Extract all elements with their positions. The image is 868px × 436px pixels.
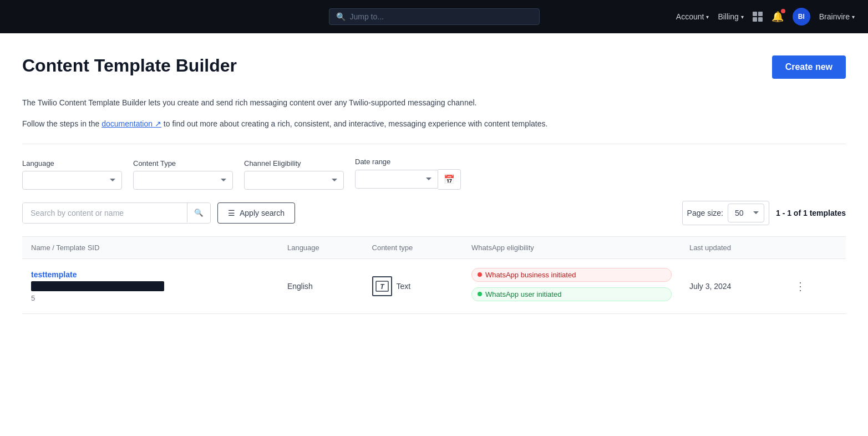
language-select[interactable] [22, 171, 122, 190]
global-search-input[interactable] [350, 12, 532, 21]
apply-search-button[interactable]: ☰ Apply search [217, 202, 295, 224]
divider [22, 144, 846, 144]
page-header: Content Template Builder Create new [22, 55, 846, 79]
col-whatsapp-eligibility: WhatsApp eligibility [463, 236, 681, 258]
table-header: Name / Template SID Language Content typ… [22, 236, 846, 258]
last-updated-value: July 3, 2024 [689, 282, 732, 291]
search-row: 🔍 ☰ Apply search Page size: 50 25 100 1 … [22, 201, 846, 225]
date-range-wrapper: 📅 [355, 169, 461, 190]
whatsapp-eligibility-cell: WhatsApp business initiated WhatsApp use… [463, 258, 681, 313]
svg-text:T: T [380, 283, 385, 291]
account-label: Account [676, 12, 704, 21]
filters-row: Language Content Type Channel Eligibilit… [22, 158, 846, 190]
main-content: Content Template Builder Create new The … [0, 33, 868, 436]
calendar-button[interactable]: 📅 [438, 169, 461, 190]
nav-center: 🔍 [294, 8, 575, 25]
channel-eligibility-select[interactable] [244, 171, 344, 190]
description-2-after: to find out more about creating a rich, … [161, 119, 548, 128]
page-title: Content Template Builder [22, 55, 237, 76]
language-value: English [287, 282, 313, 291]
account-menu[interactable]: Account ▾ [676, 12, 709, 21]
name-sid-cell: testtemplate 5 [22, 258, 278, 313]
search-left: 🔍 ☰ Apply search [22, 202, 295, 224]
col-language: Language [278, 236, 363, 258]
billing-label: Billing [718, 12, 738, 21]
calendar-icon: 📅 [444, 174, 455, 185]
language-cell: English [278, 258, 363, 313]
content-type-wrapper: T Text [372, 276, 454, 296]
user-menu[interactable]: Brainvire ▾ [819, 12, 855, 21]
content-type-icon: T [372, 276, 392, 296]
date-range-label: Date range [355, 158, 461, 166]
business-status-dot [478, 272, 482, 277]
date-range-filter-group: Date range 📅 [355, 158, 461, 190]
table-row: testtemplate 5 English T [22, 258, 846, 313]
description-1: The Twilio Content Template Builder lets… [22, 97, 846, 109]
template-number: 5 [31, 294, 35, 302]
billing-chevron-icon: ▾ [741, 14, 744, 20]
content-type-select[interactable] [133, 171, 233, 190]
more-options-button[interactable]: ⋮ [790, 277, 810, 295]
notification-dot [781, 9, 785, 13]
description-2-before: Follow the steps in the [22, 119, 101, 128]
last-updated-cell: July 3, 2024 [681, 258, 782, 313]
page-size-label: Page size: [687, 209, 723, 217]
eligibility-wrapper: WhatsApp business initiated WhatsApp use… [471, 268, 672, 305]
search-submit-button[interactable]: 🔍 [187, 203, 210, 222]
content-search-bar[interactable]: 🔍 [22, 202, 211, 224]
table-body: testtemplate 5 English T [22, 258, 846, 313]
user-name-label: Brainvire [819, 12, 850, 21]
template-name-link[interactable]: testtemplate [31, 270, 270, 279]
avatar[interactable]: BI [793, 8, 810, 26]
user-chevron-icon: ▾ [852, 14, 855, 20]
col-actions [781, 236, 846, 258]
templates-table: Name / Template SID Language Content typ… [22, 236, 846, 314]
date-range-select[interactable] [355, 170, 438, 189]
page-size-container: Page size: 50 25 100 [682, 201, 769, 225]
documentation-link[interactable]: documentation ↗ [101, 119, 161, 128]
search-icon: 🔍 [336, 12, 346, 21]
account-chevron-icon: ▾ [706, 14, 709, 20]
col-name-sid: Name / Template SID [22, 236, 278, 258]
content-search-input[interactable] [23, 203, 187, 223]
notifications-bell[interactable]: 🔔 [771, 11, 784, 23]
nav-right: Account ▾ Billing ▾ 🔔 BI Brainvire ▾ [574, 8, 855, 26]
description-2: Follow the steps in the documentation ↗ … [22, 118, 846, 130]
content-type-value: Text [397, 282, 411, 291]
channel-eligibility-filter-group: Channel Eligibility [244, 159, 344, 190]
whatsapp-user-label: WhatsApp user initiated [485, 290, 561, 298]
search-right: Page size: 50 25 100 1 - 1 of 1 template… [682, 201, 846, 225]
col-content-type: Content type [363, 236, 463, 258]
language-label: Language [22, 159, 122, 168]
global-search-bar[interactable]: 🔍 [329, 8, 540, 25]
page-size-select[interactable]: 50 25 100 [728, 204, 764, 222]
template-count: 1 - 1 of 1 templates [776, 209, 846, 217]
whatsapp-business-label: WhatsApp business initiated [485, 271, 576, 279]
grid-icon[interactable] [753, 12, 763, 22]
user-status-dot [478, 292, 482, 296]
apply-search-label: Apply search [240, 209, 285, 217]
filter-icon: ☰ [228, 209, 235, 217]
col-last-updated: Last updated [681, 236, 782, 258]
content-type-label: Content Type [133, 159, 233, 168]
actions-cell: ⋮ [781, 258, 846, 313]
content-type-filter-group: Content Type [133, 159, 233, 190]
template-sid-redacted [31, 281, 164, 291]
table-header-row: Name / Template SID Language Content typ… [22, 236, 846, 258]
language-filter-group: Language [22, 159, 122, 190]
create-new-button[interactable]: Create new [772, 55, 846, 79]
top-navigation: 🔍 Account ▾ Billing ▾ 🔔 BI Brainvire ▾ [0, 0, 868, 33]
whatsapp-user-badge: WhatsApp user initiated [471, 287, 672, 301]
billing-menu[interactable]: Billing ▾ [718, 12, 743, 21]
content-type-cell: T Text [363, 258, 463, 313]
channel-eligibility-label: Channel Eligibility [244, 159, 344, 168]
whatsapp-business-badge: WhatsApp business initiated [471, 268, 672, 282]
search-icon: 🔍 [194, 209, 204, 217]
